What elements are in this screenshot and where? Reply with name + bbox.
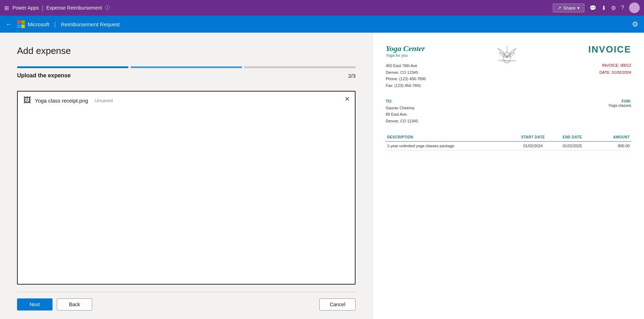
to-info: Gaurav Cheema 89 East Ave. Denver, CO 12… [386, 105, 418, 125]
settings-icon[interactable]: ⚙ [611, 5, 616, 11]
action-buttons: Next Back Cancel [17, 298, 356, 310]
progress-segment-3 [244, 66, 356, 68]
invoice-to-section: TO: Gaurav Cheema 89 East Ave. Denver, C… [386, 99, 631, 125]
progress-bar-track [17, 66, 356, 68]
back-button[interactable]: Back [57, 298, 92, 310]
ms-square-blue [17, 24, 21, 28]
progress-info: Upload the expense 2/3 [17, 72, 356, 79]
share-icon: ↗ [557, 5, 561, 11]
separator: | [42, 4, 44, 12]
ms-squares [17, 20, 25, 28]
nav-divider: | [54, 21, 56, 28]
top-bar-left: ⊞ Power Apps | Expense Reimbursement ⓘ [4, 4, 110, 12]
progress-label: Upload the expense [17, 72, 71, 79]
download-icon[interactable]: ⬇ [601, 5, 606, 11]
close-upload-button[interactable]: ✕ [345, 95, 350, 103]
invoice-title: INVOICE [588, 44, 631, 55]
phone: Phone: (123) 456-7890 [386, 76, 426, 82]
invoice-for-block: FOR: Yoga classes [609, 99, 631, 125]
next-button[interactable]: Next [17, 298, 53, 310]
progress-step: 2/3 [348, 73, 356, 79]
top-bar: ⊞ Power Apps | Expense Reimbursement ⓘ ↗… [0, 0, 644, 16]
app-name: Power Apps [12, 5, 39, 11]
table-row: 1-year unlimited yoga classes package 01… [386, 141, 631, 150]
invoice-meta: INVOICE: 00012 DATE: 01/02/2024 [588, 62, 631, 76]
upload-file-row: 🖼 Yoga class receipt.png Unsaved [23, 96, 349, 105]
nav-bar-left: ← Microsoft | Reimbursement Request [6, 20, 120, 28]
to-address1: 89 East Ave. [386, 111, 418, 118]
progress-segment-2 [131, 66, 242, 68]
progress-segment-1 [17, 66, 128, 68]
invoice-to-block: TO: Gaurav Cheema 89 East Ave. Denver, C… [386, 99, 418, 125]
invoice-brand: Yoga Center Yoga for you. 450 East 78th … [386, 44, 426, 89]
table-header-row: DESCRIPTION START DATE END DATE AMOUNT [386, 133, 631, 142]
main-layout: Add expense Upload the expense 2/3 🖼 Yog… [0, 33, 644, 319]
invoice-date: DATE: 01/02/2024 [588, 69, 631, 76]
cell-end-date: 01/02/2025 [553, 141, 592, 150]
invoice-number: INVOICE: 00012 [588, 62, 631, 69]
to-label: TO: [386, 99, 418, 103]
to-name: Gaurav Cheema [386, 105, 418, 111]
for-value: Yoga classes [609, 103, 631, 108]
app-sub-name: Expense Reimbursement [46, 5, 102, 11]
top-bar-right: ↗ Share ▾ 💬 ⬇ ⚙ ? [553, 2, 640, 13]
invoice-logo [491, 44, 523, 64]
nav-gear-icon[interactable]: ⚙ [632, 20, 638, 28]
col-header-amount: AMOUNT [592, 133, 631, 142]
cell-start-date: 01/02/2024 [513, 141, 553, 150]
progress-container: Upload the expense 2/3 [17, 66, 356, 85]
help-icon[interactable]: ? [621, 5, 624, 11]
col-header-start: START DATE [513, 133, 553, 142]
top-bar-title: Power Apps | Expense Reimbursement ⓘ [12, 4, 110, 12]
cell-description: 1-year unlimited yoga classes package [386, 141, 513, 150]
cell-amount: 800.00 [592, 141, 631, 150]
page-title: Add expense [17, 45, 356, 56]
file-status: Unsaved [94, 98, 112, 103]
share-button[interactable]: ↗ Share ▾ [553, 4, 584, 12]
invoice-panel: Yoga Center Yoga for you. 450 East 78th … [373, 33, 644, 319]
file-icon: 🖼 [23, 96, 31, 105]
invoice-header: Yoga Center Yoga for you. 450 East 78th … [386, 44, 631, 89]
info-icon[interactable]: ⓘ [105, 5, 110, 11]
left-panel: Add expense Upload the expense 2/3 🖼 Yog… [0, 33, 373, 319]
cancel-button[interactable]: Cancel [319, 298, 356, 310]
brand-address: 450 East 78th Ave Denver, CO 12345 Phone… [386, 62, 426, 89]
divider [17, 292, 356, 292]
fax: Fax: (123) 456-7891 [386, 82, 426, 89]
grid-icon[interactable]: ⊞ [4, 5, 9, 11]
col-header-end: END DATE [553, 133, 592, 142]
chevron-down-icon: ▾ [577, 5, 580, 11]
microsoft-logo: Microsoft [17, 20, 49, 28]
ms-square-yellow [21, 24, 25, 28]
brand-name: Yoga Center [386, 44, 426, 53]
brand-tagline: Yoga for you. [386, 53, 426, 57]
nav-bar: ← Microsoft | Reimbursement Request ⚙ [0, 16, 644, 33]
invoice-title-block: INVOICE INVOICE: 00012 DATE: 01/02/2024 [588, 44, 631, 76]
action-left: Next Back [17, 298, 92, 310]
nav-title: Reimbursement Request [61, 21, 120, 27]
for-label: FOR: [609, 99, 631, 103]
chat-icon[interactable]: 💬 [589, 5, 596, 11]
upload-area[interactable]: 🖼 Yoga class receipt.png Unsaved ✕ [17, 91, 356, 285]
ms-square-red [17, 20, 21, 24]
address-line1: 450 East 78th Ave [386, 62, 426, 69]
to-address2: Denver, CO 12345 [386, 118, 418, 125]
back-nav-button[interactable]: ← [6, 21, 12, 28]
address-line2: Denver, CO 12345 [386, 69, 426, 76]
col-header-description: DESCRIPTION [386, 133, 513, 142]
ms-square-green [21, 20, 25, 24]
invoice-table: DESCRIPTION START DATE END DATE AMOUNT 1… [386, 133, 631, 150]
file-name: Yoga class receipt.png [35, 98, 88, 104]
lotus-icon [491, 44, 523, 64]
avatar[interactable] [629, 2, 640, 13]
microsoft-label: Microsoft [28, 21, 49, 27]
